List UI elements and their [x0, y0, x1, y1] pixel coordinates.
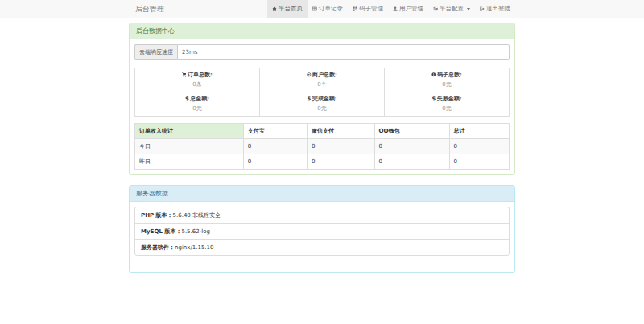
server-data-panel: 服务器数据 PHP 版本：5.6.40 非线程安全 MySQL 版本：5.5.6… [129, 185, 515, 273]
stat-label: 完成金额: [312, 95, 337, 103]
nav-item-platform-config[interactable]: 平台配置 [428, 0, 475, 18]
stat-cell-code-total: 码子总数: 0元 [385, 68, 510, 92]
stat-cell-finished-amount: $ 完成金额: 0元 [260, 92, 385, 117]
stat-value: 0元 [260, 105, 384, 113]
nav-item-label: 退出登陆 [486, 5, 510, 13]
nav-item-label: 订单记录 [319, 5, 343, 13]
stat-label: 商户总数: [312, 71, 337, 79]
server-data-panel-title: 服务器数据 [130, 186, 514, 202]
home-icon [272, 6, 277, 11]
data-center-panel-body: 云端响应速度 订单总数: 0条 商户总数: [130, 39, 514, 174]
nav-item-label: 用户管理 [399, 5, 423, 13]
stat-label: 失败金额: [437, 95, 462, 103]
income-table: 订单收入统计 支付宝 微信支付 QQ钱包 总计 今日 0 0 0 0 昨日 0 … [134, 123, 510, 170]
dollar-icon: $ [307, 96, 311, 102]
qrcode-icon [353, 6, 357, 11]
income-header-wechat: 微信支付 [307, 124, 374, 139]
cart-icon [182, 72, 187, 77]
stat-cell-failed-amount: $ 失败金额: 0元 [385, 92, 510, 117]
brand-title: 后台管理 [129, 0, 171, 18]
cell-value: 0 [307, 139, 374, 154]
list-item-php-version: PHP 版本：5.6.40 非线程安全 [135, 207, 509, 224]
nav-item-logout[interactable]: 退出登陆 [475, 0, 515, 18]
income-header-title: 订单收入统计 [135, 124, 244, 139]
stat-label: 订单总数: [188, 71, 213, 79]
nav-item-code-manage[interactable]: 码子管理 [348, 0, 388, 18]
cloud-speed-label: 云端响应速度 [134, 44, 177, 60]
info-icon [431, 72, 436, 77]
stat-label: 码子总数: [437, 71, 462, 79]
top-navbar: 后台管理 平台首页 订单记录 码子管理 用户管理 平台配置 [0, 0, 644, 18]
income-table-header-row: 订单收入统计 支付宝 微信支付 QQ钱包 总计 [135, 124, 510, 139]
data-center-panel: 后台数据中心 云端响应速度 订单总数: 0条 [129, 23, 515, 175]
nav-item-label: 码子管理 [359, 5, 383, 13]
stat-cell-merchant-total: 商户总数: 0个 [260, 68, 385, 92]
list-item-value: nginx/1.15.10 [175, 244, 213, 251]
nav-menu: 平台首页 订单记录 码子管理 用户管理 平台配置 退出登陆 [267, 0, 515, 18]
nav-item-label: 平台首页 [279, 5, 303, 13]
list-item-value: 5.5.62-log [181, 228, 209, 235]
table-row-today: 今日 0 0 0 0 [135, 139, 510, 154]
cloud-speed-group: 云端响应速度 [134, 44, 510, 60]
cell-value: 0 [307, 154, 374, 170]
server-data-panel-body: PHP 版本：5.6.40 非线程安全 MySQL 版本：5.5.62-log … [130, 202, 514, 272]
table-row-yesterday: 昨日 0 0 0 0 [135, 154, 510, 170]
stat-value: 0个 [260, 80, 384, 88]
stat-value: 0元 [135, 105, 259, 113]
cell-value: 0 [374, 154, 449, 170]
cell-value: 0 [243, 139, 307, 154]
stat-value: 0元 [385, 105, 509, 113]
list-item-label: PHP 版本： [141, 212, 173, 219]
cloud-speed-input[interactable] [177, 44, 510, 60]
list-item-label: 服务器软件： [141, 244, 175, 251]
stat-cell-order-total: 订单总数: 0条 [135, 68, 260, 92]
income-header-alipay: 支付宝 [243, 124, 307, 139]
nav-item-order-records[interactable]: 订单记录 [308, 0, 348, 18]
navbar-container: 后台管理 平台首页 订单记录 码子管理 用户管理 平台配置 [129, 0, 515, 18]
chevron-down-icon [467, 8, 470, 10]
data-center-panel-title: 后台数据中心 [130, 23, 514, 39]
stat-label: 总金额: [190, 95, 209, 103]
income-header-total: 总计 [449, 124, 509, 139]
cell-value: 0 [449, 154, 509, 170]
merchant-icon [307, 72, 312, 77]
stat-value: 0元 [385, 80, 509, 88]
main-container: 后台数据中心 云端响应速度 订单总数: 0条 [129, 23, 515, 273]
signout-icon [480, 6, 485, 11]
stat-value: 0条 [135, 80, 259, 88]
cell-value: 0 [243, 154, 307, 170]
list-item-label: MySQL 版本： [141, 228, 181, 235]
stats-table: 订单总数: 0条 商户总数: 0个 码子总数 [134, 68, 510, 117]
nav-item-user-manage[interactable]: 用户管理 [388, 0, 428, 18]
gear-icon [433, 6, 438, 11]
list-item-server-software: 服务器软件：nginx/1.15.10 [135, 240, 509, 255]
server-info-list: PHP 版本：5.6.40 非线程安全 MySQL 版本：5.5.62-log … [134, 207, 510, 256]
cell-value: 0 [374, 139, 449, 154]
list-item-value: 5.6.40 非线程安全 [173, 212, 221, 219]
row-label: 昨日 [135, 154, 244, 170]
user-icon [393, 6, 398, 11]
cell-value: 0 [449, 139, 509, 154]
order-list-icon [312, 6, 317, 11]
dollar-icon: $ [431, 96, 436, 102]
nav-item-platform-home[interactable]: 平台首页 [267, 0, 308, 18]
stat-cell-total-amount: $ 总金额: 0元 [135, 92, 260, 117]
list-item-mysql-version: MySQL 版本：5.5.62-log [135, 224, 509, 240]
dollar-icon: $ [185, 96, 189, 102]
row-label: 今日 [135, 139, 244, 154]
income-header-qq: QQ钱包 [374, 124, 449, 139]
nav-item-label: 平台配置 [440, 5, 464, 13]
